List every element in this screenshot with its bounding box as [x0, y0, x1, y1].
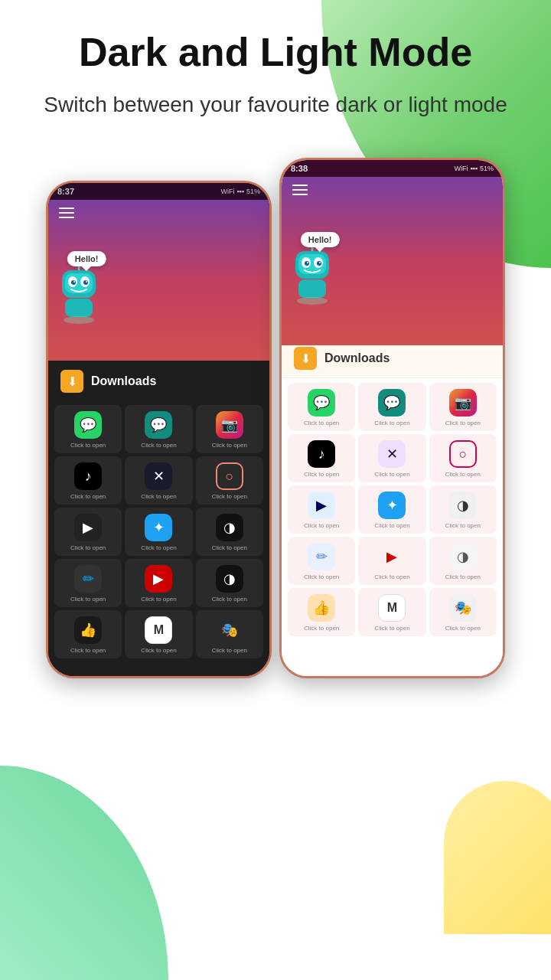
app-icon: ✏ [308, 543, 335, 570]
app-icon: ▶ [145, 565, 172, 593]
app-label: Click to open [374, 522, 409, 529]
app-label: Click to open [374, 420, 409, 426]
menu-line-l3 [292, 194, 308, 195]
list-item[interactable]: 📷Click to open [429, 383, 497, 431]
bg-decoration-bottom-right [444, 781, 551, 934]
downloads-title-light: Downloads [324, 351, 390, 365]
app-label: Click to open [212, 442, 247, 449]
list-item[interactable]: ✦Click to open [358, 485, 425, 534]
list-item[interactable]: ▶Click to open [54, 508, 122, 556]
app-label: Click to open [141, 442, 176, 449]
menu-line-1 [59, 207, 74, 209]
app-label: Click to open [304, 471, 339, 478]
robot-illustration-dark [48, 259, 109, 328]
app-label: Click to open [445, 471, 481, 478]
list-item[interactable]: 💬Click to open [288, 383, 355, 431]
svg-point-9 [86, 281, 87, 283]
app-icon: ✕ [145, 462, 172, 490]
menu-line-2 [59, 212, 74, 214]
phone-header-light: Hello! [282, 177, 503, 345]
downloads-section-dark: ⬇ Downloads 💬Click to open💬Click to open… [48, 361, 269, 676]
svg-point-6 [71, 280, 76, 285]
app-icon: ◑ [449, 543, 477, 570]
list-item[interactable]: ◑Click to open [429, 485, 497, 534]
app-label: Click to open [141, 544, 176, 551]
list-item[interactable]: 👍Click to open [288, 588, 355, 636]
app-label: Click to open [445, 420, 481, 426]
svg-point-21 [319, 262, 321, 263]
list-item[interactable]: 💬Click to open [54, 405, 122, 453]
app-icon: ♪ [308, 440, 335, 468]
list-item[interactable]: ◑Click to open [196, 559, 263, 607]
app-icon: M [378, 594, 406, 622]
app-label: Click to open [304, 522, 339, 529]
app-icon: 💬 [378, 389, 406, 416]
menu-line-3 [59, 217, 74, 218]
list-item[interactable]: 👍Click to open [54, 610, 122, 658]
list-item[interactable]: ♪Click to open [54, 456, 122, 505]
svg-point-18 [305, 261, 309, 266]
list-item[interactable]: ○Click to open [429, 434, 497, 482]
app-icon: ▶ [378, 543, 406, 570]
list-item[interactable]: MClick to open [358, 588, 425, 636]
list-item[interactable]: ▶Click to open [288, 485, 355, 534]
app-label: Click to open [70, 493, 106, 500]
app-icon: 🎭 [216, 616, 243, 644]
page-headline: Dark and Light Mode [79, 31, 472, 74]
app-icon: 📷 [449, 389, 477, 416]
app-icon: ○ [449, 440, 477, 468]
list-item[interactable]: ○Click to open [196, 456, 263, 505]
menu-icon-light[interactable] [292, 185, 308, 195]
list-item[interactable]: 💬Click to open [125, 405, 192, 453]
svg-point-23 [297, 297, 328, 305]
list-item[interactable]: ✏Click to open [288, 537, 355, 585]
app-label: Click to open [374, 625, 409, 632]
page-subtext: Switch between your favourite dark or li… [44, 90, 507, 119]
list-item[interactable]: ✕Click to open [358, 434, 425, 482]
app-icon: 💬 [74, 411, 102, 439]
app-label: Click to open [212, 647, 247, 654]
app-label: Click to open [212, 493, 247, 500]
list-item[interactable]: ◑Click to open [429, 537, 497, 585]
app-icon: ✕ [378, 440, 406, 468]
app-label: Click to open [445, 625, 481, 632]
robot-area-dark: Hello! [48, 226, 109, 361]
downloads-section-light: ⬇ Downloads 💬Click to open💬Click to open… [282, 338, 503, 676]
list-item[interactable]: ▶Click to open [358, 537, 425, 585]
phone-dark: 8:37 WiFi ▪▪▪ 51% [46, 181, 272, 678]
robot-area-light: Hello! [282, 203, 343, 345]
app-icon: 👍 [74, 616, 102, 644]
app-icon: ◑ [216, 514, 243, 541]
list-item[interactable]: ✕Click to open [125, 456, 192, 505]
menu-line-l2 [292, 189, 308, 191]
signal-icon-light: ▪▪▪ [470, 165, 478, 172]
app-label: Click to open [212, 544, 247, 551]
app-icon: 💬 [145, 411, 172, 439]
list-item[interactable]: ✦Click to open [125, 508, 192, 556]
list-item[interactable]: ♪Click to open [288, 434, 355, 482]
list-item[interactable]: MClick to open [125, 610, 192, 658]
list-item[interactable]: ✏Click to open [54, 559, 122, 607]
battery-light: 51% [480, 165, 494, 172]
list-item[interactable]: 🎭Click to open [196, 610, 263, 658]
app-label: Click to open [374, 573, 409, 580]
phone-light: 8:38 WiFi ▪▪▪ 51% [279, 158, 505, 678]
list-item[interactable]: 📷Click to open [196, 405, 263, 453]
list-item[interactable]: ◑Click to open [196, 508, 263, 556]
app-label: Click to open [374, 471, 409, 478]
menu-icon-dark[interactable] [59, 207, 74, 218]
app-label: Click to open [212, 596, 247, 603]
bg-decoration-bottom-left [0, 766, 168, 980]
list-item[interactable]: 💬Click to open [358, 383, 425, 431]
list-item[interactable]: ▶Click to open [125, 559, 192, 607]
app-icon: 🎭 [449, 594, 477, 622]
app-icon: ✏ [74, 565, 102, 593]
app-icon: ◑ [216, 565, 243, 593]
robot-bubble-light: Hello! [301, 232, 340, 247]
svg-point-8 [73, 281, 75, 283]
wifi-icon-light: WiFi [454, 165, 468, 172]
app-icon: ✦ [378, 492, 406, 519]
app-label: Click to open [304, 625, 339, 632]
wifi-icon-dark: WiFi [220, 188, 234, 195]
list-item[interactable]: 🎭Click to open [429, 588, 497, 636]
